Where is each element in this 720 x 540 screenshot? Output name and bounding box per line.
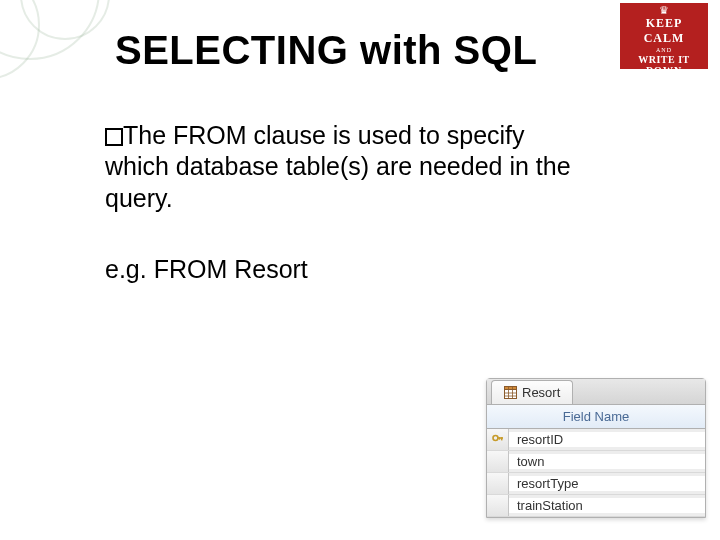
field-name-cell[interactable]: resortID bbox=[509, 432, 705, 447]
tab-bar: Resort bbox=[487, 379, 705, 405]
body-text-content: The FROM clause is used to specify which… bbox=[105, 121, 571, 212]
table-tab-label: Resort bbox=[522, 385, 560, 400]
datasheet-icon bbox=[504, 386, 517, 399]
poster-line: DOWN bbox=[620, 65, 708, 69]
example-text: e.g. FROM Resort bbox=[105, 255, 308, 284]
field-name-cell[interactable]: trainStation bbox=[509, 498, 705, 513]
slide-title: SELECTING with SQL bbox=[115, 28, 537, 73]
row-selector[interactable] bbox=[487, 429, 509, 450]
poster-line: KEEP bbox=[620, 16, 708, 31]
keep-calm-poster: ♛ KEEP CALM AND WRITE IT DOWN bbox=[620, 3, 708, 69]
table-row[interactable]: resortID bbox=[487, 429, 705, 451]
db-table-panel: Resort Field Name resortID town bbox=[486, 378, 706, 518]
svg-rect-1 bbox=[505, 387, 517, 390]
poster-line: WRITE IT bbox=[620, 54, 708, 65]
poster-line: AND bbox=[620, 47, 708, 53]
row-selector[interactable] bbox=[487, 451, 509, 472]
table-row[interactable]: trainStation bbox=[487, 495, 705, 517]
svg-rect-8 bbox=[501, 437, 503, 440]
table-tab-resort[interactable]: Resort bbox=[491, 380, 573, 404]
row-selector[interactable] bbox=[487, 473, 509, 494]
svg-rect-9 bbox=[499, 437, 500, 440]
body-text: The FROM clause is used to specify which… bbox=[105, 120, 585, 214]
table-row[interactable]: town bbox=[487, 451, 705, 473]
column-header-field-name[interactable]: Field Name bbox=[487, 405, 705, 429]
table-row[interactable]: resortType bbox=[487, 473, 705, 495]
row-selector[interactable] bbox=[487, 495, 509, 516]
crown-icon: ♛ bbox=[620, 5, 708, 16]
field-name-cell[interactable]: resortType bbox=[509, 476, 705, 491]
primary-key-icon bbox=[492, 434, 504, 446]
bullet-square-icon bbox=[105, 128, 123, 146]
field-name-cell[interactable]: town bbox=[509, 454, 705, 469]
poster-line: CALM bbox=[620, 31, 708, 46]
table-body: resortID town resortType trainStation bbox=[487, 429, 705, 517]
